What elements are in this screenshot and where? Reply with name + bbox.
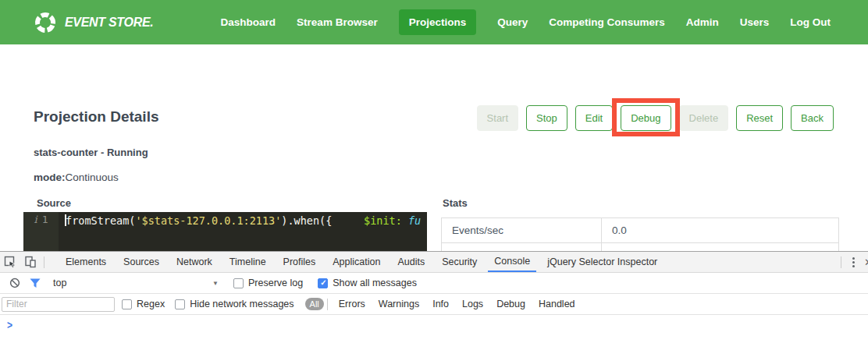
tab-sources[interactable]: Sources [117,252,165,272]
action-buttons: Start Stop Edit Debug Delete Reset Back [477,105,834,131]
gutter-info-annotation: i [34,214,37,225]
tab-console[interactable]: Console [488,252,536,272]
nav-menu: Dashboard Stream Browser Projections Que… [221,9,831,35]
filter-logs[interactable]: Logs [462,299,483,309]
projection-status: stats-counter - Running [34,147,148,158]
regex-toggle[interactable]: Regex [122,299,165,309]
filter-icon[interactable] [25,278,45,288]
code-plain: fromStream( [66,214,135,227]
preserve-log-toggle[interactable]: Preserve log [233,278,303,288]
tab-security[interactable]: Security [436,252,483,272]
regex-checkbox[interactable] [122,299,132,309]
toolbar-separator [841,256,841,268]
show-all-messages-label: Show all messages [333,278,417,288]
debug-button-wrapper: Debug [621,105,671,131]
regex-label: Regex [137,299,165,309]
projection-mode: mode:Continuous [34,172,119,183]
table-row: Events/sec 0.0 [442,218,838,243]
delete-button: Delete [679,105,729,131]
nav-item-competing-consumers[interactable]: Competing Consumers [549,16,665,28]
mode-label: mode: [34,172,66,183]
hide-network-checkbox[interactable] [175,299,185,309]
code-string: '$stats-127.0.0.1:2113' [135,214,281,227]
tab-jquery-selector-inspector[interactable]: jQuery Selector Inspector [541,252,663,272]
code-plain: ).when({ [281,214,364,227]
tab-network[interactable]: Network [170,252,219,272]
text-cursor [65,214,66,226]
devtools-tabbar-right: ✕ [838,252,868,272]
line-number: 1 [42,214,48,225]
code-type: fu [402,214,421,227]
filter-debug[interactable]: Debug [496,299,525,309]
devtools-tabbar: Elements Sources Network Timeline Profil… [0,252,868,273]
filter-warnings[interactable]: Warnings [379,299,419,309]
mode-value: Continuous [66,172,119,183]
reset-button[interactable]: Reset [736,105,783,131]
nav-item-projections[interactable]: Projections [399,9,477,35]
stop-button[interactable]: Stop [526,105,567,131]
tab-profiles[interactable]: Profiles [277,252,322,272]
nav-item-stream-browser[interactable]: Stream Browser [297,16,378,28]
nav-item-logout[interactable]: Log Out [790,16,831,28]
back-button[interactable]: Back [791,105,834,131]
preserve-log-checkbox[interactable] [233,278,244,288]
log-level-filters: Errors Warnings Info Logs Debug Handled [339,299,575,309]
nav-item-users[interactable]: Users [740,16,770,28]
stat-name: Events/sec [442,218,602,242]
tab-elements[interactable]: Elements [59,252,112,272]
device-toolbar-icon[interactable] [20,252,41,272]
nav-item-query[interactable]: Query [497,16,528,28]
nav-item-admin[interactable]: Admin [686,16,719,28]
chevron-down-icon: ▼ [212,280,219,287]
close-devtools-icon[interactable]: ✕ [863,256,868,268]
console-prompt[interactable]: > [0,315,868,343]
stat-value: 0.0 [602,218,838,242]
tab-application[interactable]: Application [326,252,386,272]
source-section-label: Source [37,197,71,209]
show-all-messages-checkbox[interactable] [318,278,328,288]
eventstore-logo-icon [34,11,57,34]
toolbar-separator [327,299,328,310]
devtools-menu-icon[interactable] [845,257,863,267]
filter-errors[interactable]: Errors [339,299,365,309]
clear-console-icon[interactable] [5,278,25,288]
code-keyword: $init: [364,214,402,227]
tab-timeline[interactable]: Timeline [223,252,272,272]
code-line-1: fromStream('$stats-127.0.0.1:2113').when… [66,214,427,228]
page-title: Projection Details [34,108,159,126]
eventstore-logo[interactable]: EVENT STORE. [34,11,153,34]
devtools-tabs: Elements Sources Network Timeline Profil… [57,252,666,272]
filter-all-badge[interactable]: All [305,298,324,310]
filter-info[interactable]: Info [432,299,449,309]
execution-context-selector[interactable]: top ▼ [53,278,219,288]
start-button: Start [477,105,518,131]
projection-details-page: Projection Details Start Stop Edit Debug… [0,44,868,251]
execution-context-value: top [53,278,66,288]
inspect-element-icon[interactable] [0,252,20,272]
preserve-log-label: Preserve log [248,278,303,288]
debug-button[interactable]: Debug [621,105,671,131]
filter-handled[interactable]: Handled [539,299,575,309]
stats-section-label: Stats [443,197,468,209]
hide-network-toggle[interactable]: Hide network messages [175,299,293,309]
tab-audits[interactable]: Audits [391,252,431,272]
filter-input[interactable] [2,297,115,312]
console-filter-bar: Regex Hide network messages All Errors W… [0,294,868,315]
devtools-panel: Elements Sources Network Timeline Profil… [0,251,868,343]
show-all-messages-toggle[interactable]: Show all messages [318,278,417,288]
console-toolbar: top ▼ Preserve log Show all messages [0,273,868,294]
top-navbar: EVENT STORE. Dashboard Stream Browser Pr… [0,0,868,44]
console-prompt-chevron-icon: > [7,320,12,331]
nav-item-dashboard[interactable]: Dashboard [221,16,276,28]
hide-network-label: Hide network messages [190,299,293,309]
brand-text: EVENT STORE. [65,16,153,30]
toolbar-separator [44,256,44,268]
edit-button[interactable]: Edit [575,105,613,131]
